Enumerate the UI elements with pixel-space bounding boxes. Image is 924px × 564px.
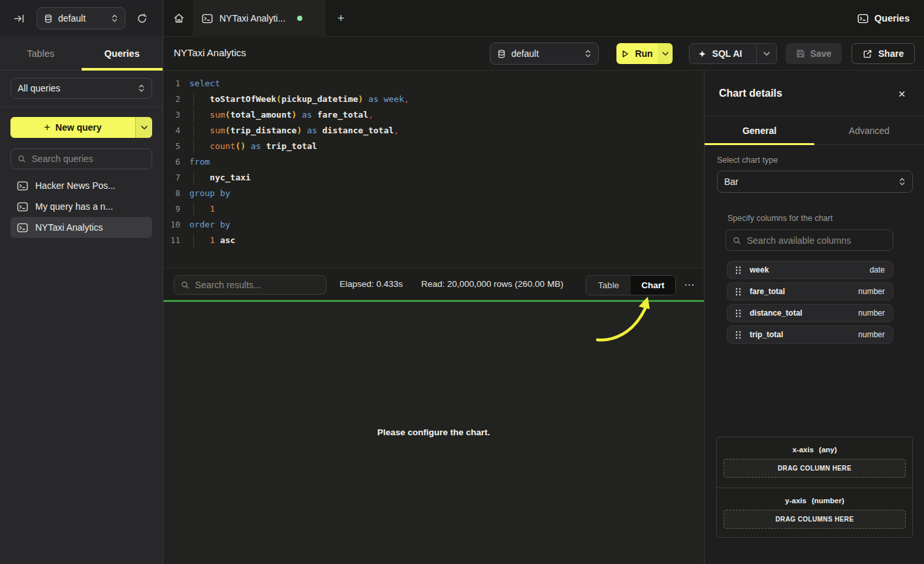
code-text: toStartOfWeek(pickup_datetime) as week, <box>189 91 409 107</box>
sparkles-icon: ✦ <box>698 49 707 59</box>
drag-handle[interactable] <box>735 266 741 274</box>
column-chip[interactable]: weekdate <box>727 261 893 279</box>
line-number: 1 <box>163 76 180 91</box>
run-button[interactable]: Run <box>616 43 673 64</box>
tab-tables[interactable]: Tables <box>0 37 82 70</box>
saved-query-item[interactable]: Hacker News Pos... <box>10 175 152 196</box>
chart-details-header: Chart details × <box>705 71 924 116</box>
toolbar-database-selector[interactable]: default <box>490 42 599 65</box>
tab-advanced[interactable]: Advanced <box>814 116 924 144</box>
collapse-sidebar-icon <box>14 13 25 24</box>
sql-ai-button[interactable]: ✦ SQL AI <box>689 43 777 64</box>
play-icon <box>621 50 629 58</box>
code-text: order by <box>189 217 231 233</box>
saved-query-label: My query has a n... <box>35 201 113 212</box>
code-line[interactable]: 9 1 <box>163 201 704 217</box>
column-type: number <box>858 287 885 296</box>
save-icon <box>796 49 805 58</box>
y-axis-section: y-axis(number) DRAG COLUMNS HERE <box>717 488 912 537</box>
toolbar-database-value: default <box>511 48 539 59</box>
available-columns-list: weekdatefare_totalnumberdistance_totalnu… <box>727 261 893 347</box>
y-axis-label: y-axis <box>785 497 806 505</box>
view-tab-table[interactable]: Table <box>586 276 631 295</box>
sql-ai-dropdown-button[interactable] <box>757 52 776 56</box>
search-icon <box>733 236 741 245</box>
x-axis-label: x-axis <box>792 446 814 454</box>
collapse-sidebar-button[interactable] <box>12 11 26 25</box>
database-selector[interactable]: default <box>37 7 125 29</box>
sql-editor[interactable]: 1select2 toStartOfWeek(pickup_datetime) … <box>163 71 704 268</box>
line-number: 9 <box>163 201 180 217</box>
query-tab[interactable]: NYTaxi Analyti... <box>193 0 325 37</box>
column-chip[interactable]: trip_totalnumber <box>727 325 893 344</box>
save-button[interactable]: Save <box>786 43 842 64</box>
queries-nav-button[interactable]: Queries <box>857 9 910 27</box>
y-axis-hint: (number) <box>812 497 844 505</box>
unsaved-changes-dot <box>297 16 302 21</box>
code-line[interactable]: 11 1 asc <box>163 233 704 248</box>
columns-section-label: Specify columns for the chart <box>727 214 833 223</box>
saved-query-item[interactable]: NYTaxi Analytics <box>10 217 152 238</box>
search-queries-input[interactable] <box>31 154 145 164</box>
new-query-main[interactable]: + New query <box>10 117 135 138</box>
saved-query-label: NYTaxi Analytics <box>35 222 103 233</box>
view-toggle: Table Chart <box>586 275 676 295</box>
chevron-down-icon <box>141 125 148 130</box>
code-line[interactable]: 7 nyc_taxi <box>163 170 704 186</box>
new-tab-button[interactable]: + <box>332 9 350 27</box>
code-line[interactable]: 1select <box>163 76 704 91</box>
search-columns-box[interactable] <box>725 229 893 251</box>
code-text: 1 asc <box>189 233 235 248</box>
new-query-button[interactable]: + New query <box>10 117 152 138</box>
column-name: distance_total <box>750 308 803 318</box>
column-chip[interactable]: distance_totalnumber <box>727 304 893 322</box>
column-chip[interactable]: fare_totalnumber <box>727 282 893 301</box>
results-toolbar: Elapsed: 0.433s Read: 20,000,000 rows (2… <box>163 268 704 301</box>
sidebar-divider <box>0 107 163 107</box>
saved-query-item[interactable]: My query has a n... <box>10 196 152 217</box>
queries-filter-value: All queries <box>18 83 60 93</box>
share-label: Share <box>878 48 904 59</box>
queries-filter-select[interactable]: All queries <box>10 78 152 99</box>
code-line[interactable]: 4 sum(trip_distance) as distance_total, <box>163 123 704 139</box>
new-query-dropdown-button[interactable] <box>135 117 152 138</box>
close-panel-button[interactable]: × <box>894 86 910 102</box>
new-query-label: New query <box>56 122 102 133</box>
line-number: 11 <box>163 233 180 248</box>
search-results-box[interactable] <box>174 275 327 295</box>
code-line[interactable]: 6from <box>163 154 704 170</box>
x-axis-drop-zone[interactable]: DRAG COLUMN HERE <box>724 459 906 478</box>
home-button[interactable] <box>171 10 187 26</box>
refresh-button[interactable] <box>134 10 150 26</box>
tab-general[interactable]: General <box>705 116 814 144</box>
share-icon <box>863 49 872 59</box>
drag-handle-icon <box>735 266 741 274</box>
drag-handle[interactable] <box>735 331 741 339</box>
y-axis-drop-zone[interactable]: DRAG COLUMNS HERE <box>724 510 906 529</box>
line-number: 8 <box>163 186 180 201</box>
chart-placeholder-message: Please configure the chart. <box>163 427 704 437</box>
drag-handle[interactable] <box>735 288 741 296</box>
code-text: count() as trip_total <box>189 139 317 154</box>
view-tab-chart[interactable]: Chart <box>631 276 675 295</box>
code-line[interactable]: 8group by <box>163 186 704 201</box>
chart-type-select[interactable]: Bar <box>717 171 913 193</box>
search-columns-input[interactable] <box>747 235 886 246</box>
share-button[interactable]: Share <box>852 43 915 64</box>
code-line[interactable]: 5 count() as trip_total <box>163 139 704 154</box>
run-button-main[interactable]: Run <box>616 43 658 64</box>
code-line[interactable]: 10order by <box>163 217 704 233</box>
drag-handle[interactable] <box>735 309 741 318</box>
chevron-updown-icon <box>584 49 592 58</box>
x-axis-section: x-axis(any) DRAG COLUMN HERE <box>717 437 912 488</box>
run-dropdown-button[interactable] <box>658 43 673 64</box>
terminal-icon <box>17 201 28 212</box>
code-line[interactable]: 2 toStartOfWeek(pickup_datetime) as week… <box>163 91 704 107</box>
code-line[interactable]: 3 sum(total_amount) as fare_total, <box>163 107 704 123</box>
code-text: sum(trip_distance) as distance_total, <box>189 123 399 139</box>
search-queries-box[interactable] <box>10 148 152 169</box>
search-results-input[interactable] <box>195 280 319 290</box>
terminal-icon <box>17 180 28 191</box>
tab-queries[interactable]: Queries <box>82 37 163 70</box>
more-options-button[interactable]: ⋯ <box>680 274 699 295</box>
